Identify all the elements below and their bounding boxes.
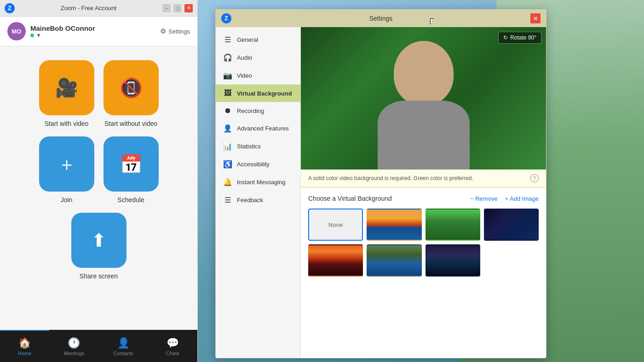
user-status: ▼ <box>30 32 95 39</box>
zoom-bottombar: 🏠 Home 🕐 Meetings 👤 Contacts 💬 Chats <box>0 330 197 362</box>
user-details: MaineBob OConnor ▼ <box>30 24 95 39</box>
virtual-bg-icon: 🖼 <box>223 89 232 97</box>
nav-item-feedback[interactable]: ☰ Feedback <box>216 191 300 209</box>
nav-item-general[interactable]: ☰ General <box>216 31 300 49</box>
start-video-item: 🎥 Start with video <box>39 60 94 127</box>
nav-item-video[interactable]: 📷 Video <box>216 67 300 85</box>
vbg-actions: − Remove + Add Image <box>470 195 539 202</box>
minimize-button[interactable]: − <box>162 4 171 12</box>
zoom-actions: 🎥 Start with video 📵 Start without video… <box>0 46 197 330</box>
start-video-button[interactable]: 🎥 <box>39 60 94 115</box>
vbg-title: Choose a Virtual Background <box>308 195 392 202</box>
rotate-label: Rotate 90° <box>510 34 536 41</box>
join-button[interactable]: ＋ <box>39 136 94 192</box>
settings-title: Settings <box>231 15 530 22</box>
settings-nav: ☰ General 🎧 Audio 📷 Video 🖼 Virtual Back… <box>216 27 301 358</box>
nav-audio-label: Audio <box>237 54 252 61</box>
vbg-grid: None <box>308 209 539 277</box>
audio-icon: 🎧 <box>223 53 232 62</box>
join-item: ＋ Join <box>39 136 94 204</box>
start-video-label: Start with video <box>45 120 89 127</box>
recording-icon: ⏺ <box>223 107 232 115</box>
nav-virtual-bg-label: Virtual Background <box>237 90 292 97</box>
messaging-icon: 🔔 <box>223 178 232 187</box>
start-no-video-label: Start without video <box>104 120 157 127</box>
vbg-header: Choose a Virtual Background − Remove + A… <box>308 195 539 202</box>
settings-body: ☰ General 🎧 Audio 📷 Video 🖼 Virtual Back… <box>216 27 546 358</box>
action-row-2: ＋ Join 📅 Schedule <box>39 136 159 204</box>
nav-item-virtual-bg[interactable]: 🖼 Virtual Background <box>216 85 300 102</box>
settings-content: ↻ Rotate 90° A solid color video backgro… <box>301 27 546 358</box>
bg-grass[interactable] <box>426 209 480 241</box>
zoom-logo: Z <box>5 3 15 13</box>
nav-feedback-label: Feedback <box>237 197 263 204</box>
close-button[interactable]: ✕ <box>184 4 193 12</box>
status-dot <box>30 34 34 37</box>
nav-item-accessibility[interactable]: ♿ Accessibility <box>216 155 300 173</box>
status-arrow[interactable]: ▼ <box>36 32 41 39</box>
video-icon: 📷 <box>223 71 232 80</box>
settings-titlebar: Z Settings ✕ <box>216 10 546 27</box>
feedback-icon: ☰ <box>223 196 232 204</box>
schedule-button[interactable]: 📅 <box>104 136 159 192</box>
nav-recording-label: Recording <box>237 107 264 114</box>
calendar-icon: 📅 <box>120 153 143 175</box>
help-button[interactable]: ? <box>530 174 539 182</box>
share-screen-item: ⬆ Share screen <box>71 213 126 280</box>
nav-item-advanced[interactable]: 👤 Advanced Features <box>216 119 300 137</box>
chat-icon: 💬 <box>167 337 179 349</box>
bottombar-meetings[interactable]: 🕐 Meetings <box>49 330 98 362</box>
share-screen-label: Share screen <box>80 272 118 280</box>
home-label: Home <box>18 351 31 356</box>
nav-messaging-label: Instant Messaging <box>237 179 286 186</box>
video-camera-icon: 🎥 <box>55 77 78 99</box>
settings-window: Z Settings ✕ ☰ General 🎧 Audio 📷 Video 🖼… <box>215 9 546 358</box>
start-no-video-button[interactable]: 📵 <box>104 60 159 115</box>
nav-item-audio[interactable]: 🎧 Audio <box>216 49 300 67</box>
zoom-window-title: Zoom - Free Account <box>15 5 162 11</box>
rotate-button[interactable]: ↻ Rotate 90° <box>498 32 541 44</box>
person-head <box>394 41 454 105</box>
bottombar-contacts[interactable]: 👤 Contacts <box>99 330 148 362</box>
video-preview-inner <box>301 27 546 170</box>
bg-space[interactable] <box>484 209 539 241</box>
zoom-header: MO MaineBob OConnor ▼ ⚙ Settings <box>0 17 197 46</box>
schedule-item: 📅 Schedule <box>104 136 159 204</box>
zoom-titlebar: Z Zoom - Free Account − □ ✕ <box>0 0 197 17</box>
meetings-label: Meetings <box>64 351 85 356</box>
person-body <box>378 101 470 170</box>
settings-close-button[interactable]: ✕ <box>530 13 540 23</box>
avatar: MO <box>7 22 26 40</box>
zoom-main-window: Z Zoom - Free Account − □ ✕ MO MaineBob … <box>0 0 198 362</box>
bottombar-home[interactable]: 🏠 Home <box>0 330 49 362</box>
settings-button[interactable]: ⚙ Settings <box>160 27 190 35</box>
nav-advanced-label: Advanced Features <box>237 125 289 132</box>
settings-label: Settings <box>168 28 190 35</box>
bottombar-chats[interactable]: 💬 Chats <box>148 330 197 362</box>
nav-item-recording[interactable]: ⏺ Recording <box>216 102 300 119</box>
bg-stage[interactable] <box>426 244 480 277</box>
maximize-button[interactable]: □ <box>173 4 182 12</box>
add-image-button[interactable]: + Add Image <box>505 195 539 202</box>
vbg-notice: A solid color video background is requir… <box>301 170 546 187</box>
bg-none[interactable]: None <box>308 209 363 241</box>
bg-lake[interactable] <box>367 244 421 277</box>
bg-sunset[interactable] <box>308 244 363 277</box>
chats-label: Chats <box>166 351 179 356</box>
nav-statistics-label: Statistics <box>237 143 261 150</box>
action-row-1: 🎥 Start with video 📵 Start without video <box>39 60 159 127</box>
vbg-selector: Choose a Virtual Background − Remove + A… <box>301 187 546 358</box>
nav-item-messaging[interactable]: 🔔 Instant Messaging <box>216 173 300 191</box>
nav-video-label: Video <box>237 72 252 79</box>
general-icon: ☰ <box>223 35 232 44</box>
statistics-icon: 📊 <box>223 142 232 151</box>
remove-bg-button[interactable]: − Remove <box>470 195 498 202</box>
rotate-icon: ↻ <box>503 34 508 41</box>
notice-text: A solid color video background is requir… <box>308 175 473 181</box>
bg-golden-gate[interactable] <box>367 209 421 241</box>
home-icon: 🏠 <box>18 337 31 349</box>
share-screen-button[interactable]: ⬆ <box>71 213 126 268</box>
gear-icon: ⚙ <box>160 27 166 35</box>
nav-item-statistics[interactable]: 📊 Statistics <box>216 137 300 155</box>
user-info: MO MaineBob OConnor ▼ <box>7 22 95 40</box>
